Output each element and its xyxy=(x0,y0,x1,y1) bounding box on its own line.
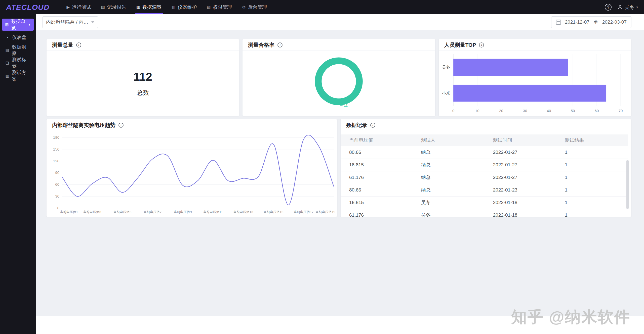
overview-icon: ▦ xyxy=(5,22,9,27)
table-row: 80.66纳总2022-01-271 xyxy=(341,146,628,159)
svg-text:50: 50 xyxy=(571,109,575,113)
card-header: 数据记录 i xyxy=(341,119,631,131)
card-title: 人员测量TOP xyxy=(444,41,476,49)
table-cell: 2022-01-18 xyxy=(485,209,556,217)
sidebar-item-label: 仪表盘 xyxy=(12,34,26,41)
card-title: 测量总量 xyxy=(52,41,73,49)
svg-text:60: 60 xyxy=(594,109,599,113)
nav-item-permission[interactable]: ▧ 权限管理 xyxy=(203,0,236,14)
nav-label: 仪器维护 xyxy=(178,4,197,11)
sidebar-item-label: 数据洞察 xyxy=(12,44,31,57)
table-cell: 纳总 xyxy=(413,159,485,171)
table-cell: 纳总 xyxy=(413,184,485,196)
sidebar-item-dashboard[interactable]: ◔ 仪表盘 xyxy=(2,31,34,43)
nav-label: 数据洞察 xyxy=(142,4,162,11)
user-menu[interactable]: 吴冬 ▾ xyxy=(618,4,638,11)
instrument-icon: ▥ xyxy=(172,5,175,10)
sidebar: ▦ 数据总览 ▸ ◔ 仪表盘 ▤ 数据洞察 ❏ 测试标签 ▥ 测试方案 xyxy=(0,14,36,334)
card-data-records: 数据记录 i 当前电压值 测试人 测试时间 测试结果 80 xyxy=(340,119,631,217)
svg-text:当前电压值13: 当前电压值13 xyxy=(233,210,253,214)
svg-text:当前电压值7: 当前电压值7 xyxy=(143,210,162,214)
card-pass-rate: 测量合格率 i 11 xyxy=(242,39,435,116)
table-cell: 1 xyxy=(556,159,628,171)
svg-text:150: 150 xyxy=(53,147,59,151)
card-header: 内部熔丝隔离实验电压趋势 i xyxy=(47,119,337,131)
chevron-right-icon: ▸ xyxy=(29,23,31,26)
help-icon[interactable]: ? xyxy=(605,4,612,11)
table-row: 61.176纳总2022-01-271 xyxy=(341,171,628,184)
date-separator: 至 xyxy=(593,19,598,25)
nav-item-data-insight[interactable]: ▦ 数据洞察 xyxy=(132,0,166,14)
table-cell: 纳总 xyxy=(413,171,485,184)
person-top-bar-chart: 010203040506070吴冬小米 xyxy=(439,51,631,116)
table-scrollbar[interactable] xyxy=(626,160,629,209)
user-name: 吴冬 xyxy=(625,4,634,11)
tag-icon: ❏ xyxy=(5,61,10,65)
card-person-top: 人员测量TOP i 010203040506070吴冬小米 xyxy=(438,39,631,116)
svg-text:90: 90 xyxy=(55,170,59,175)
voltage-trend-line-chart: 0306090120150180当前电压值1当前电压值3当前电压值5当前电压值7… xyxy=(47,131,337,217)
scheme-select[interactable]: 内部熔丝隔离 / 内部熔丝... xyxy=(42,16,98,28)
svg-text:当前电压值9: 当前电压值9 xyxy=(174,210,192,214)
sidebar-item-label: 测试方案 xyxy=(12,69,31,82)
nav-item-admin[interactable]: ⚙ 后台管理 xyxy=(238,0,271,14)
chevron-down-icon xyxy=(91,21,94,23)
svg-text:当前电压值3: 当前电压值3 xyxy=(83,210,101,214)
card-title: 测量合格率 xyxy=(248,41,274,49)
table-cell: 80.66 xyxy=(341,184,413,196)
table-cell: 1 xyxy=(556,184,628,196)
table-cell: 纳总 xyxy=(413,146,485,159)
svg-text:30: 30 xyxy=(523,109,527,113)
svg-text:当前电压值15: 当前电压值15 xyxy=(263,210,283,214)
svg-text:10: 10 xyxy=(475,109,479,113)
date-range-picker[interactable]: 2021-12-07 至 2022-03-07 xyxy=(551,16,631,28)
sidebar-item-label: 数据总览 xyxy=(11,18,27,31)
nav-item-run-test[interactable]: ▶ 运行测试 xyxy=(62,0,95,14)
card-measure-total: 测量总量 i 112 总数 xyxy=(46,39,239,116)
sidebar-item-data-insight[interactable]: ▤ 数据洞察 xyxy=(2,44,34,56)
chevron-down-icon: ▾ xyxy=(636,5,638,9)
info-icon[interactable]: i xyxy=(118,123,124,128)
column-header: 测试结果 xyxy=(556,134,628,146)
svg-text:当前电压值19: 当前电压值19 xyxy=(315,210,335,214)
nav-item-report[interactable]: ▤ 记录报告 xyxy=(97,0,130,14)
info-icon[interactable]: i xyxy=(76,42,81,47)
table-cell: 1 xyxy=(556,196,628,209)
card-title: 数据记录 xyxy=(346,122,367,129)
nav-label: 运行测试 xyxy=(72,4,91,11)
card-header: 测量总量 i xyxy=(47,39,239,51)
pass-rate-donut-chart: 11 xyxy=(243,51,435,116)
table-cell: 1 xyxy=(556,171,628,184)
info-icon[interactable]: i xyxy=(479,42,484,47)
svg-text:70: 70 xyxy=(618,109,623,113)
permission-icon: ▧ xyxy=(207,5,211,10)
card-header: 人员测量TOP i xyxy=(439,39,631,51)
nav-item-instrument[interactable]: ▥ 仪器维护 xyxy=(168,0,201,14)
app-logo[interactable]: ATECLOUD xyxy=(6,3,49,12)
table-cell: 2022-01-23 xyxy=(485,184,556,196)
info-icon[interactable]: i xyxy=(370,123,375,128)
dashboard-icon: ◔ xyxy=(5,35,10,40)
user-icon xyxy=(618,5,623,10)
info-icon[interactable]: i xyxy=(277,42,283,47)
card-title: 内部熔丝隔离实验电压趋势 xyxy=(52,122,115,129)
insight-list-icon: ▤ xyxy=(5,48,10,53)
table-cell: 2022-01-27 xyxy=(485,159,556,171)
table-cell: 61.176 xyxy=(341,171,413,184)
table-cell: 1 xyxy=(556,209,628,217)
sidebar-item-test-plan[interactable]: ▥ 测试方案 xyxy=(2,70,34,82)
plan-icon: ▥ xyxy=(5,74,10,78)
total-count-label: 总数 xyxy=(137,88,149,97)
sidebar-item-data-overview[interactable]: ▦ 数据总览 ▸ xyxy=(2,19,34,31)
svg-text:当前电压值17: 当前电压值17 xyxy=(294,210,313,214)
svg-text:0: 0 xyxy=(57,206,59,210)
top-navigation-bar: ATECLOUD ▶ 运行测试 ▤ 记录报告 ▦ 数据洞察 ▥ 仪器维护 ▧ 权… xyxy=(0,0,644,14)
table-cell: 2022-01-27 xyxy=(485,146,556,159)
sidebar-item-test-tags[interactable]: ❏ 测试标签 xyxy=(2,57,34,69)
calendar-icon xyxy=(556,20,561,25)
svg-text:当前电压值11: 当前电压值11 xyxy=(203,210,223,214)
date-to-value: 2022-03-07 xyxy=(602,19,627,25)
svg-text:11: 11 xyxy=(344,103,348,107)
date-from-value: 2021-12-07 xyxy=(565,19,589,25)
admin-gear-icon: ⚙ xyxy=(242,5,246,10)
